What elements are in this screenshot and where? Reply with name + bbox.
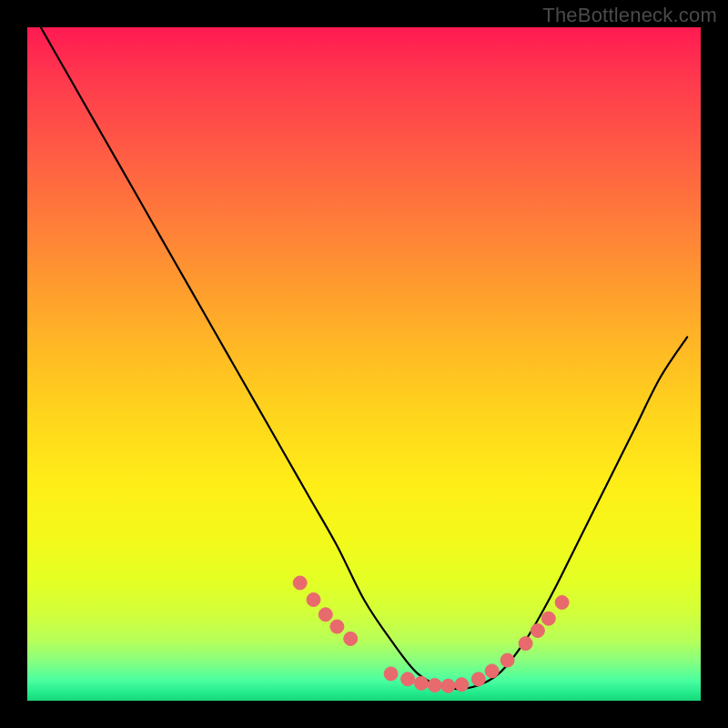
chart-frame: TheBottleneck.com xyxy=(0,0,728,728)
curve-marker xyxy=(519,637,532,651)
curve-marker xyxy=(330,620,344,633)
watermark-text: TheBottleneck.com xyxy=(542,4,717,27)
curve-marker xyxy=(531,624,544,638)
curve-marker xyxy=(500,653,514,667)
plot-area xyxy=(27,27,701,701)
curve-marker xyxy=(428,679,441,693)
curve-marker xyxy=(471,672,485,686)
curve-marker xyxy=(541,612,555,625)
curve-path xyxy=(41,27,687,689)
curve-marker xyxy=(555,596,569,610)
curve-marker xyxy=(307,593,320,607)
curve-marker xyxy=(318,608,332,622)
curve-marker xyxy=(293,576,307,590)
curve-marker xyxy=(401,672,415,686)
curve-marker xyxy=(441,679,455,693)
curve-marker xyxy=(485,664,499,678)
curve-markers xyxy=(293,576,569,693)
curve-marker xyxy=(344,632,358,645)
curve-marker xyxy=(455,678,469,692)
curve-marker xyxy=(384,667,398,681)
curve-marker xyxy=(414,676,428,690)
bottleneck-curve xyxy=(27,27,701,701)
